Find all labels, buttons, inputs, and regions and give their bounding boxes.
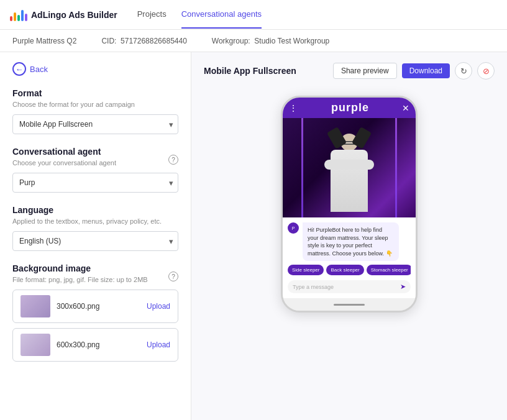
right-panel: Mobile App Fullscreen Share preview Down… xyxy=(191,52,507,420)
bg-image-title-area: Background image File format: png, jpg, … xyxy=(12,263,148,290)
preview-title: Mobile App Fullscreen xyxy=(204,66,296,76)
cid-info: CID: 5717268826685440 xyxy=(101,37,186,45)
project-name: Purple Mattress Q2 xyxy=(12,37,76,45)
send-icon[interactable]: ➤ xyxy=(400,283,406,291)
language-select[interactable]: English (US) Spanish French xyxy=(12,231,178,251)
neon-line-right xyxy=(395,118,397,217)
phone-image-area xyxy=(283,118,416,217)
phone-container: ⋮ purple ✕ xyxy=(204,89,495,313)
left-panel: ← Back Format Choose the format for your… xyxy=(0,52,191,420)
chat-input-placeholder: Type a message xyxy=(293,284,398,290)
image-slot-2: 600x300.png Upload xyxy=(12,328,178,362)
chatbot-avatar-icon: P xyxy=(292,226,295,231)
sub-header: Purple Mattress Q2 CID: 5717268826685440… xyxy=(0,30,507,52)
chat-option-stomach-sleeper[interactable]: Stomach sleeper xyxy=(367,265,411,275)
back-button[interactable]: ← Back xyxy=(12,62,178,76)
agent-section-header: Conversational agent Choose your convers… xyxy=(12,147,178,173)
upload-btn-2[interactable]: Upload xyxy=(147,340,170,349)
agent-subtitle: Choose your conversational agent xyxy=(12,159,116,167)
person-body xyxy=(331,150,368,212)
share-preview-button[interactable]: Share preview xyxy=(333,63,397,79)
bg-image-header: Background image File format: png, jpg, … xyxy=(12,263,178,290)
block-icon: ⊘ xyxy=(483,66,490,76)
format-subtitle: Choose the format for your ad campaign xyxy=(12,101,178,108)
nav-conversational-agents[interactable]: Conversational agents xyxy=(181,1,262,29)
image-thumb-1 xyxy=(21,295,50,317)
chat-options: Side sleeper Back sleeper Stomach sleepe… xyxy=(288,265,411,275)
main-layout: ← Back Format Choose the format for your… xyxy=(0,52,507,420)
phone-close-icon[interactable]: ✕ xyxy=(402,103,409,113)
agent-section-title-area: Conversational agent Choose your convers… xyxy=(12,147,116,173)
language-subtitle: Applied to the textbox, menus, privacy p… xyxy=(12,217,178,225)
chat-message-row: P Hi! PurpleBot here to help find your d… xyxy=(288,222,411,261)
preview-header: Mobile App Fullscreen Share preview Down… xyxy=(204,62,495,80)
home-bar xyxy=(334,304,365,306)
person-arms xyxy=(324,160,374,170)
block-button[interactable]: ⊘ xyxy=(477,62,495,80)
agent-select[interactable]: Purp Agent 2 xyxy=(12,173,178,193)
chat-option-side-sleeper[interactable]: Side sleeper xyxy=(288,265,324,275)
upload-btn-1[interactable]: Upload xyxy=(147,302,170,311)
neon-line-left xyxy=(301,118,303,217)
language-section: Language Applied to the textbox, menus, … xyxy=(12,205,178,251)
image-thumb-1-inner xyxy=(21,295,50,317)
phone-chat-area: P Hi! PurpleBot here to help find your d… xyxy=(283,217,416,298)
bg-image-section: Background image File format: png, jpg, … xyxy=(12,263,178,362)
phone-home-indicator xyxy=(283,298,416,311)
back-icon: ← xyxy=(12,62,26,76)
bg-image-help-icon[interactable]: ? xyxy=(168,272,178,281)
refresh-button[interactable]: ↻ xyxy=(455,62,472,80)
chatbot-avatar: P xyxy=(288,222,299,234)
image-thumb-2 xyxy=(21,334,50,356)
format-title: Format xyxy=(12,88,178,98)
chat-option-back-sleeper[interactable]: Back sleeper xyxy=(326,265,363,275)
agent-section: Conversational agent Choose your convers… xyxy=(12,147,178,193)
nav-projects[interactable]: Projects xyxy=(137,1,167,29)
workgroup-info: Workgroup: Studio Test Workgroup xyxy=(212,37,329,45)
format-select[interactable]: Mobile App Fullscreen Banner Interstitia… xyxy=(12,114,178,134)
format-section: Format Choose the format for your ad cam… xyxy=(12,88,178,134)
phone-mockup: ⋮ purple ✕ xyxy=(281,96,418,313)
agent-title: Conversational agent xyxy=(12,147,116,157)
download-button[interactable]: Download xyxy=(402,63,450,78)
preview-actions: Share preview Download ↻ ⊘ xyxy=(333,62,495,80)
logo: AdLingo Ads Builder xyxy=(10,9,117,21)
language-select-wrapper: English (US) Spanish French ▾ xyxy=(12,231,178,251)
top-nav: AdLingo Ads Builder Projects Conversatio… xyxy=(0,0,507,30)
agent-select-wrapper: Purp Agent 2 ▾ xyxy=(12,173,178,193)
chat-bubble: Hi! PurpleBot here to help find your dre… xyxy=(303,222,399,261)
logo-icon xyxy=(10,9,27,21)
refresh-icon: ↻ xyxy=(460,66,467,76)
image-name-1: 300x600.png xyxy=(57,302,140,311)
language-title: Language xyxy=(12,205,178,215)
logo-text: AdLingo Ads Builder xyxy=(31,10,117,20)
person-figure xyxy=(318,127,380,217)
agent-help-icon[interactable]: ? xyxy=(168,155,178,165)
bg-image-title: Background image xyxy=(12,263,148,273)
image-name-2: 600x300.png xyxy=(57,340,140,349)
phone-brand-logo: purple xyxy=(331,101,369,114)
image-slot-1: 300x600.png Upload xyxy=(12,290,178,323)
phone-menu-dots: ⋮ xyxy=(289,103,298,113)
image-thumb-2-inner xyxy=(21,334,50,356)
phone-app-header: ⋮ purple ✕ xyxy=(283,98,416,118)
format-select-wrapper: Mobile App Fullscreen Banner Interstitia… xyxy=(12,114,178,134)
chat-input-row[interactable]: Type a message ➤ xyxy=(288,280,411,293)
bg-image-subtitle: File format: png, jpg, gif. File size: u… xyxy=(12,276,148,283)
